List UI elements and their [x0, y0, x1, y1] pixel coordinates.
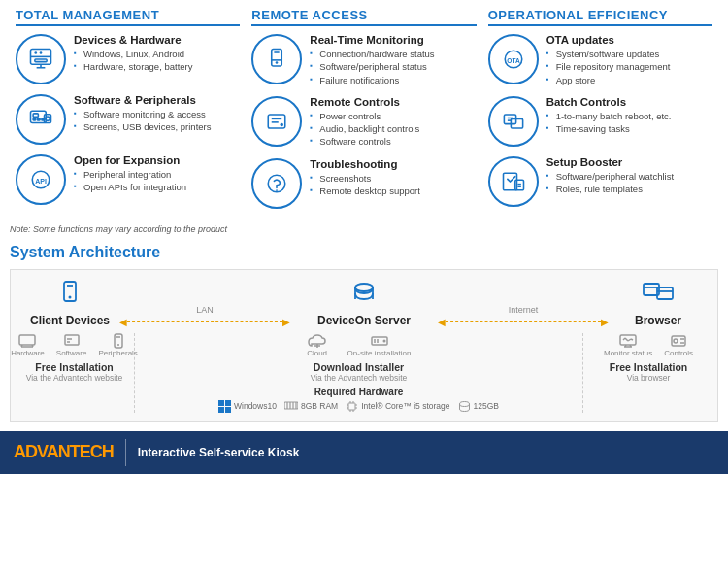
note-text: Note: Some functions may vary according … — [0, 222, 728, 238]
list-item: App store — [546, 74, 712, 86]
svg-rect-10 — [38, 118, 41, 120]
batch-controls-icon — [488, 96, 539, 147]
svg-rect-46 — [19, 335, 35, 345]
logo-suffix: ANTECH — [47, 442, 114, 461]
req-hw-items: Windows10 8GB RAM Intel® Core™ i5 storag… — [218, 400, 499, 413]
list-item: Windows, Linux, Android — [74, 48, 240, 60]
svg-text:OTA: OTA — [507, 57, 520, 64]
open-expansion-text: Open for Expansion Peripheral integratio… — [74, 154, 240, 194]
svg-rect-50 — [65, 335, 79, 345]
feature-software-peripherals: Software & Peripherals Software monitori… — [16, 94, 240, 145]
arch-diagram: Client Devices LAN ◀ ▶ — [10, 269, 718, 422]
cloud-label: Cloud — [307, 349, 327, 357]
batch-controls-text: Batch Controls 1-to-many batch reboot, e… — [546, 96, 712, 136]
open-expansion-list: Peripheral integration Open APIs for int… — [74, 168, 240, 194]
browser-sub-icons: Monitor status Controls — [604, 333, 693, 357]
remote-controls-list: Power controls Audio, backlight controls… — [310, 110, 476, 149]
server-label: DeviceOn Server — [317, 314, 411, 327]
client-peripherals: Peripherals — [98, 333, 137, 357]
server-cloud: Cloud — [307, 333, 328, 357]
list-item: Open APIs for integration — [74, 181, 240, 193]
col1-header: Total Management — [16, 8, 240, 26]
realtime-monitoring-icon — [251, 34, 302, 84]
setup-booster-text: Setup Booster Software/peripheral watchl… — [546, 156, 712, 196]
open-expansion-title: Open for Expansion — [74, 154, 240, 166]
remote-controls-icon — [251, 96, 302, 147]
list-item: Failure notifications — [310, 74, 476, 86]
svg-point-3 — [40, 51, 43, 54]
col-remote-access: Remote Access Real-Time Monitoring Conne… — [246, 8, 481, 219]
svg-rect-62 — [218, 400, 224, 406]
troubleshooting-list: Screenshots Remote desktop support — [310, 172, 476, 198]
svg-point-55 — [117, 344, 119, 346]
svg-line-88 — [631, 339, 633, 340]
software-label: Software — [56, 349, 87, 357]
list-item: Peripheral integration — [74, 168, 240, 181]
software-peripherals-title: Software & Peripherals — [74, 94, 240, 106]
svg-rect-71 — [348, 403, 355, 410]
devices-hardware-title: Devices & Hardware — [74, 34, 240, 46]
browser-install-label: Free Installation — [610, 361, 688, 373]
req-hw-storage: 125GB — [458, 400, 499, 413]
devices-hardware-icon — [16, 34, 66, 84]
list-item: Connection/hardware status — [310, 48, 476, 60]
arrow-right-1: ▶ — [282, 317, 290, 327]
req-hw-cpu-label: Intel® Core™ i5 storage — [361, 401, 449, 411]
svg-rect-8 — [33, 114, 38, 118]
list-item: Time-saving tasks — [546, 122, 712, 135]
browser-icon — [642, 280, 675, 314]
browser-install-sub: Via browser — [627, 373, 671, 383]
monitor-status-label: Monitor status — [604, 349, 652, 357]
batch-controls-title: Batch Controls — [546, 96, 712, 108]
footer: ADVANTECH Interactive Self-service Kiosk — [0, 431, 728, 474]
svg-rect-65 — [225, 407, 231, 413]
req-hw-win-label: Windows10 — [234, 401, 277, 411]
setup-booster-list: Software/peripheral watchlist Roles, rul… — [546, 170, 712, 196]
list-item: 1-to-many batch reboot, etc. — [546, 110, 712, 122]
client-label: Client Devices — [30, 314, 110, 327]
ota-updates-list: System/software updates File repository … — [546, 48, 712, 86]
client-node: Client Devices — [26, 280, 114, 327]
client-sub-icons: Hardware Software — [11, 333, 138, 357]
client-sub: Hardware Software — [18, 333, 135, 413]
client-software: Software — [56, 333, 87, 357]
server-sub: Cloud On-site installation Download Inst… — [135, 333, 583, 413]
svg-rect-4 — [35, 59, 47, 62]
batch-controls-list: 1-to-many batch reboot, etc. Time-saving… — [546, 110, 712, 136]
req-hw-cpu: Intel® Core™ i5 storage — [346, 400, 449, 413]
list-item: Roles, rule templates — [546, 183, 712, 195]
svg-point-25 — [276, 189, 278, 191]
setup-booster-icon — [488, 156, 539, 207]
list-item: Remote desktop support — [310, 185, 476, 197]
list-item: File repository management — [546, 60, 712, 73]
feature-realtime-monitoring: Real-Time Monitoring Connection/hardware… — [251, 34, 476, 86]
svg-point-13 — [46, 117, 50, 120]
list-item: Hardware, storage, battery — [74, 60, 240, 73]
ota-updates-icon: OTA — [488, 34, 539, 84]
server-icon — [349, 280, 379, 314]
feature-setup-booster: Setup Booster Software/peripheral watchl… — [488, 156, 712, 207]
req-hw-title: Required Hardware — [218, 387, 499, 397]
browser-node: Browser — [614, 280, 702, 327]
download-installer-label: Download Installer — [314, 361, 404, 373]
req-hw-ram: 8GB RAM — [284, 400, 338, 413]
realtime-monitoring-text: Real-Time Monitoring Connection/hardware… — [310, 34, 476, 86]
client-install-label: Free Installation — [35, 361, 114, 373]
col-operational-efficiency: Operational Efficiency OTA OTA updates S… — [482, 8, 718, 219]
arrow-left-2: ◀ — [438, 317, 446, 327]
client-icon — [56, 280, 83, 314]
svg-point-80 — [459, 401, 469, 406]
list-item: Software/peripheral status — [310, 60, 476, 73]
svg-line-86 — [625, 338, 628, 341]
svg-point-18 — [276, 61, 279, 64]
arch-title: System Architecture — [10, 244, 718, 261]
server-sub-icons: Cloud On-site installation — [307, 333, 412, 357]
req-hw-ram-label: 8GB RAM — [301, 401, 338, 411]
server-onsite: On-site installation — [347, 333, 412, 357]
feature-open-expansion: API Open for Expansion Peripheral integr… — [16, 154, 240, 205]
browser-controls: Controls — [664, 333, 693, 357]
client-hardware: Hardware — [11, 333, 45, 357]
browser-monitor-status: Monitor status — [604, 333, 652, 357]
col-total-management: Total Management Devices & Hardware Wind… — [10, 8, 246, 219]
svg-point-2 — [34, 51, 37, 54]
